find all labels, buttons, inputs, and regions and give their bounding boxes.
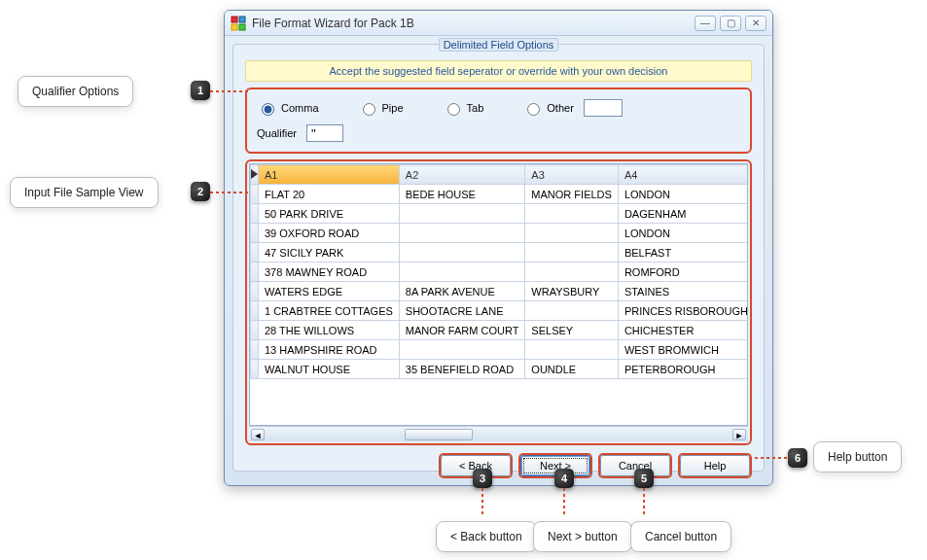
radio-comma-input[interactable]: [262, 103, 274, 116]
table-row[interactable]: 47 SICILY PARKBELFAST: [251, 243, 749, 262]
row-header[interactable]: [251, 282, 259, 301]
table-cell[interactable]: WEST BROMWICH: [618, 340, 748, 360]
row-header[interactable]: [251, 340, 259, 360]
table-cell[interactable]: [399, 243, 525, 262]
col-header-a1[interactable]: A1: [259, 165, 400, 185]
table-row[interactable]: 1 CRABTREE COTTAGESSHOOTACRE LANEPRINCES…: [251, 301, 749, 321]
row-header[interactable]: [251, 185, 259, 204]
table-cell[interactable]: WALNUT HOUSE: [259, 360, 400, 379]
qualifier-input[interactable]: [306, 124, 343, 142]
table-cell[interactable]: PRINCES RISBOROUGH: [618, 301, 748, 321]
row-header[interactable]: [251, 204, 259, 224]
table-cell[interactable]: OUNDLE: [525, 360, 619, 379]
table-cell[interactable]: ROMFORD: [618, 262, 748, 282]
table-cell[interactable]: [525, 301, 619, 321]
close-button[interactable]: ✕: [745, 16, 767, 31]
sample-table-scroll[interactable]: A1 A2 A3 A4 FLAT 20BEDE HOUSEMANOR FIELD…: [249, 163, 748, 426]
svg-rect-0: [232, 17, 237, 22]
table-cell[interactable]: [399, 204, 525, 224]
radio-other-input[interactable]: [527, 103, 540, 116]
radio-pipe[interactable]: Pipe: [358, 100, 404, 116]
table-cell[interactable]: DAGENHAM: [618, 204, 748, 224]
horizontal-scrollbar[interactable]: ◄ ►: [249, 426, 748, 441]
row-header[interactable]: [251, 224, 259, 243]
callout-sample-view: Input File Sample View: [10, 177, 159, 208]
table-row[interactable]: 28 THE WILLOWSMANOR FARM COURTSELSEYCHIC…: [251, 321, 749, 340]
table-cell[interactable]: CHICHESTER: [618, 321, 748, 340]
table-cell[interactable]: MANOR FARM COURT: [399, 321, 525, 340]
table-cell[interactable]: LONDON: [618, 185, 748, 204]
table-cell[interactable]: [399, 340, 525, 360]
maximize-button[interactable]: ▢: [720, 16, 741, 31]
row-header[interactable]: [251, 262, 259, 282]
badge-1: 1: [191, 81, 210, 100]
table-cell[interactable]: PETERBOROUGH: [618, 360, 748, 379]
table-cell[interactable]: 1 CRABTREE COTTAGES: [259, 301, 400, 321]
table-cell[interactable]: [525, 262, 619, 282]
table-cell[interactable]: [525, 224, 619, 243]
scroll-left-arrow[interactable]: ◄: [251, 429, 265, 440]
table-cell[interactable]: [525, 340, 619, 360]
other-separator-input[interactable]: [584, 99, 623, 117]
scroll-right-arrow[interactable]: ►: [732, 429, 746, 440]
radio-tab[interactable]: Tab: [443, 100, 484, 116]
sample-table: A1 A2 A3 A4 FLAT 20BEDE HOUSEMANOR FIELD…: [250, 164, 748, 379]
table-cell[interactable]: BEDE HOUSE: [399, 185, 525, 204]
table-cell[interactable]: MANOR FIELDS: [525, 185, 619, 204]
table-row[interactable]: 39 OXFORD ROADLONDON: [251, 224, 749, 243]
badge-5: 5: [634, 469, 654, 488]
scroll-thumb[interactable]: [405, 429, 473, 440]
radio-comma[interactable]: Comma: [257, 100, 319, 116]
row-header[interactable]: [251, 321, 259, 340]
window-title: File Format Wizard for Pack 1B: [252, 17, 691, 30]
table-cell[interactable]: LONDON: [618, 224, 748, 243]
col-header-a2[interactable]: A2: [399, 165, 525, 185]
minimize-button[interactable]: —: [695, 16, 716, 31]
radio-pipe-input[interactable]: [363, 103, 375, 116]
table-row[interactable]: 378 MAWNEY ROADROMFORD: [251, 262, 749, 282]
row-header[interactable]: [251, 243, 259, 262]
qualifier-label: Qualifier: [257, 127, 297, 139]
table-cell[interactable]: [399, 224, 525, 243]
app-icon: [231, 16, 246, 31]
table-cell[interactable]: WATERS EDGE: [259, 282, 400, 301]
col-header-a3[interactable]: A3: [525, 165, 619, 185]
help-button[interactable]: Help: [680, 455, 750, 476]
qualifier-options-box: Comma Pipe Tab Other Qualifier: [245, 88, 752, 154]
table-cell[interactable]: 13 HAMPSHIRE ROAD: [259, 340, 400, 360]
table-row[interactable]: WATERS EDGE8A PARK AVENUEWRAYSBURYSTAINE…: [251, 282, 749, 301]
table-row[interactable]: 13 HAMPSHIRE ROADWEST BROMWICH: [251, 340, 749, 360]
row-header[interactable]: [251, 360, 259, 379]
radio-comma-label: Comma: [281, 102, 319, 114]
table-cell[interactable]: 47 SICILY PARK: [259, 243, 400, 262]
row-header[interactable]: [251, 301, 259, 321]
radio-tab-input[interactable]: [447, 103, 460, 116]
badge-6: 6: [788, 448, 807, 468]
radio-tab-label: Tab: [467, 102, 484, 114]
table-cell[interactable]: STAINES: [618, 282, 748, 301]
table-row[interactable]: WALNUT HOUSE35 BENEFIELD ROADOUNDLEPETER…: [251, 360, 749, 379]
radio-other[interactable]: Other: [522, 99, 623, 117]
table-cell[interactable]: [525, 204, 619, 224]
table-cell[interactable]: SHOOTACRE LANE: [399, 301, 525, 321]
table-row[interactable]: FLAT 20BEDE HOUSEMANOR FIELDSLONDON: [251, 185, 749, 204]
badge-2: 2: [191, 182, 210, 201]
svg-rect-1: [239, 17, 245, 22]
table-cell[interactable]: FLAT 20: [259, 185, 400, 204]
table-cell[interactable]: 50 PARK DRIVE: [259, 204, 400, 224]
separator-radio-row: Comma Pipe Tab Other: [257, 95, 740, 124]
table-cell[interactable]: BELFAST: [618, 243, 748, 262]
table-cell[interactable]: 39 OXFORD ROAD: [259, 224, 400, 243]
table-cell[interactable]: 8A PARK AVENUE: [399, 282, 525, 301]
table-cell[interactable]: SELSEY: [525, 321, 619, 340]
table-cell[interactable]: WRAYSBURY: [525, 282, 619, 301]
table-cell[interactable]: 35 BENEFIELD ROAD: [399, 360, 525, 379]
table-cell[interactable]: [525, 243, 619, 262]
table-cell[interactable]: 378 MAWNEY ROAD: [259, 262, 400, 282]
col-header-a4[interactable]: A4: [618, 165, 748, 185]
group-title: Delimited Field Options: [439, 38, 559, 52]
svg-rect-3: [239, 24, 245, 30]
table-row[interactable]: 50 PARK DRIVEDAGENHAM: [251, 204, 749, 224]
table-cell[interactable]: [399, 262, 525, 282]
table-cell[interactable]: 28 THE WILLOWS: [259, 321, 400, 340]
